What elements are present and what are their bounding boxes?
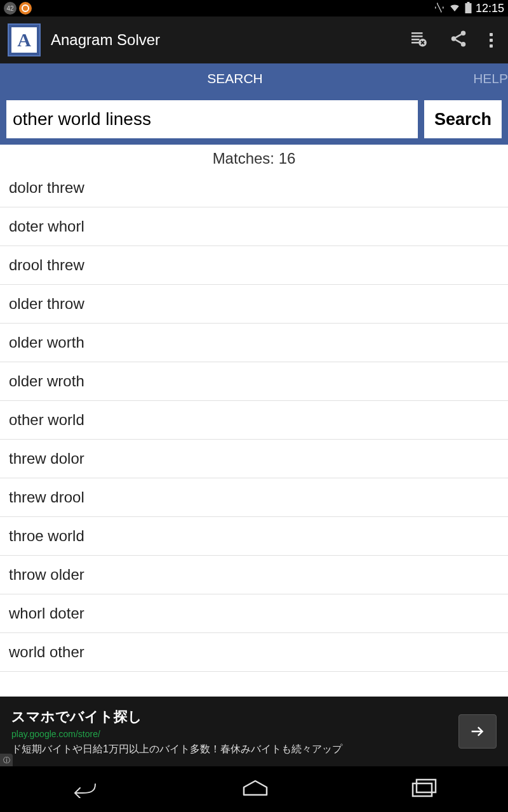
arrow-right-icon bbox=[469, 723, 486, 740]
ad-banner[interactable]: スマホでバイト探し play.google.com/store/ ド短期バイトや… bbox=[0, 697, 508, 766]
app-actions bbox=[408, 29, 493, 51]
search-button[interactable]: Search bbox=[424, 100, 502, 138]
svg-point-4 bbox=[451, 36, 457, 41]
svg-point-3 bbox=[461, 31, 466, 36]
back-button[interactable] bbox=[52, 771, 118, 807]
share-icon[interactable] bbox=[449, 29, 468, 51]
list-item[interactable]: threw dolor bbox=[0, 440, 508, 478]
svg-line-7 bbox=[456, 40, 462, 43]
list-item[interactable]: whorl doter bbox=[0, 594, 508, 633]
tab-search[interactable]: SEARCH bbox=[0, 63, 470, 94]
list-item[interactable]: world other bbox=[0, 633, 508, 672]
list-item[interactable]: other world bbox=[0, 401, 508, 440]
clear-list-icon[interactable] bbox=[408, 29, 427, 51]
list-item[interactable]: drool threw bbox=[0, 246, 508, 285]
status-left: 42 bbox=[4, 2, 32, 15]
vibrate-icon bbox=[433, 2, 444, 15]
ad-info-icon[interactable]: ⓘ bbox=[0, 754, 13, 766]
ad-description: ド短期バイトや日給1万円以上のバイト多数！春休みバイトも続々アップ bbox=[11, 743, 458, 756]
app-logo[interactable]: A bbox=[8, 23, 41, 56]
status-bar: 42 12:15 bbox=[0, 0, 508, 16]
notification-badge-icon: 42 bbox=[4, 2, 17, 15]
ad-url: play.google.com/store/ bbox=[11, 729, 458, 739]
ad-title: スマホでバイト探し bbox=[11, 707, 458, 726]
app-logo-letter: A bbox=[11, 27, 37, 53]
status-right: 12:15 bbox=[433, 2, 504, 15]
recents-button[interactable] bbox=[392, 772, 456, 806]
matches-count: Matches: 16 bbox=[0, 145, 508, 173]
wifi-icon bbox=[448, 2, 461, 15]
battery-icon bbox=[465, 2, 472, 15]
app-bar: A Anagram Solver bbox=[0, 16, 508, 63]
svg-rect-1 bbox=[467, 2, 469, 3]
overflow-menu-icon[interactable] bbox=[490, 33, 493, 48]
app-title: Anagram Solver bbox=[51, 31, 408, 49]
tab-help[interactable]: HELP bbox=[470, 63, 508, 94]
svg-rect-0 bbox=[465, 3, 471, 13]
results-list[interactable]: dolor threw doter whorl drool threw olde… bbox=[0, 173, 508, 672]
list-item[interactable]: dolor threw bbox=[0, 173, 508, 207]
svg-line-6 bbox=[456, 34, 462, 37]
list-item[interactable]: throe world bbox=[0, 517, 508, 556]
svg-rect-9 bbox=[417, 780, 436, 792]
clock-text: 12:15 bbox=[476, 2, 504, 15]
list-item[interactable]: older wroth bbox=[0, 362, 508, 401]
home-button[interactable] bbox=[222, 772, 288, 806]
navigation-bar bbox=[0, 766, 508, 812]
list-item[interactable]: older worth bbox=[0, 324, 508, 362]
svg-rect-8 bbox=[413, 783, 432, 796]
list-item[interactable]: older throw bbox=[0, 285, 508, 324]
list-item[interactable]: threw drool bbox=[0, 478, 508, 517]
tab-bar: SEARCH HELP bbox=[0, 63, 508, 94]
search-section: Search bbox=[0, 94, 508, 145]
list-item[interactable]: throw older bbox=[0, 556, 508, 594]
list-item[interactable]: doter whorl bbox=[0, 207, 508, 246]
ad-content: スマホでバイト探し play.google.com/store/ ド短期バイトや… bbox=[11, 707, 458, 756]
search-input[interactable] bbox=[6, 100, 418, 138]
svg-point-5 bbox=[461, 42, 466, 47]
ad-arrow-button[interactable] bbox=[458, 714, 497, 749]
app-notification-icon bbox=[19, 2, 32, 15]
